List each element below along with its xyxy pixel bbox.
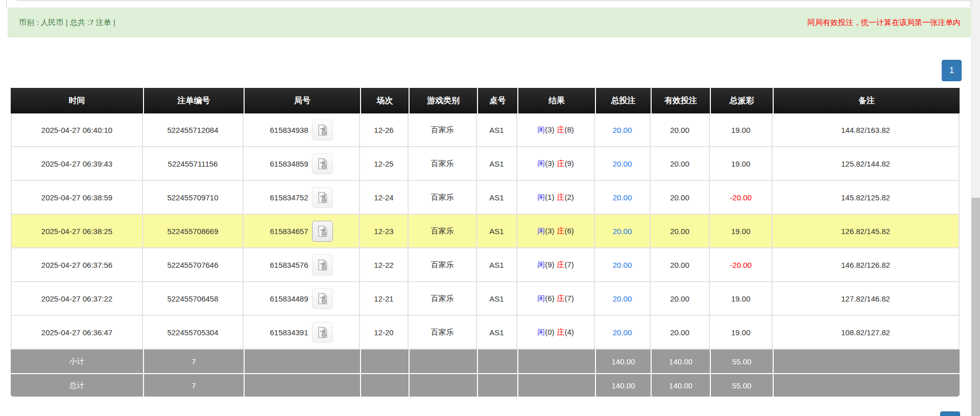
table-body: 2025-04-27 06:40:10 522455712084 6158349… [11,113,960,350]
cell-game-id: 615834391 [244,316,360,350]
cell-total-bet[interactable]: 20.00 [595,181,651,215]
pagination-page-button[interactable]: 1 [942,60,962,81]
top-divider [17,0,971,1]
cell-game-id: 615834576 [244,248,360,282]
result-player-score: (3) [545,159,554,168]
cell-remark: 108.82/127.82 [773,316,960,350]
column-header-remark: 备注 [773,88,960,113]
cell-result: 闲(6)庄(7) [517,282,595,316]
result-player-score: (0) [545,328,554,336]
result-banker-label: 庄 [557,260,565,269]
result-banker-label: 庄 [557,159,565,168]
cell-valid-bet: 20.00 [651,215,710,248]
cell-time: 2025-04-27 06:37:56 [11,248,143,282]
total-empty-cell [477,373,517,397]
video-file-icon [316,258,329,272]
column-header-game-type: 游戏类别 [409,88,477,113]
pagination-page-button-bottom[interactable] [940,411,960,416]
total-empty-cell [244,373,360,397]
result-banker-score: (7) [565,260,574,269]
cell-payout: -20.00 [710,248,773,282]
cell-valid-bet: 20.00 [651,248,710,282]
cell-total-bet[interactable]: 20.00 [595,316,651,350]
result-player-score: (3) [545,226,554,235]
cell-game-type: 百家乐 [409,316,477,350]
column-header-table-no: 桌号 [477,88,517,113]
column-header-session: 场次 [360,88,409,113]
cell-total-bet[interactable]: 20.00 [595,248,651,282]
video-file-icon [316,191,329,204]
cell-payout: -20.00 [710,181,773,215]
game-id-text: 615834489 [270,294,308,303]
result-banker-label: 庄 [557,193,565,201]
table-row: 2025-04-27 06:37:22 522455706458 6158344… [11,282,960,316]
result-player-label: 闲 [537,260,545,269]
cell-total-bet[interactable]: 20.00 [595,147,651,181]
cell-session: 12-20 [360,316,409,350]
result-banker-label: 庄 [557,226,565,235]
cell-total-bet[interactable]: 20.00 [595,113,651,147]
cell-game-id: 615834859 [244,147,360,181]
total-row: 总计 7 140.00 140.00 55.00 [11,373,960,397]
cell-total-bet[interactable]: 20.00 [595,215,651,248]
cell-time: 2025-04-27 06:38:59 [11,181,143,215]
cell-table-no: AS1 [477,316,517,350]
video-replay-button[interactable] [312,322,333,343]
table-row: 2025-04-27 06:38:25 522455708669 6158346… [11,215,960,248]
total-total-bet: 140.00 [595,373,651,397]
cell-payout: 19.00 [710,316,773,350]
cell-game-type: 百家乐 [409,248,477,282]
result-banker-score: (2) [565,193,574,201]
cell-game-id: 615834657 [244,215,360,248]
total-payout: 55.00 [710,373,773,397]
result-banker-score: (6) [565,226,574,235]
video-replay-button[interactable] [312,153,333,174]
subtotal-row: 小计 7 140.00 140.00 55.00 [11,350,960,373]
result-banker-label: 庄 [557,125,565,134]
table-row: 2025-04-27 06:36:47 522455705304 6158343… [11,316,960,350]
result-player-score: (6) [545,294,554,303]
table-row: 2025-04-27 06:38:59 522455709710 6158347… [11,181,960,215]
cell-valid-bet: 20.00 [651,113,710,147]
game-id-text: 615834859 [270,159,308,168]
video-file-icon [316,224,329,238]
vertical-scrollbar-thumb[interactable] [971,198,980,416]
cell-result: 闲(9)庄(7) [517,248,595,282]
video-replay-button[interactable] [312,120,333,141]
cell-remark: 127.82/146.82 [773,282,960,316]
cell-time: 2025-04-27 06:37:22 [11,282,143,316]
cell-result: 闲(3)庄(6) [517,215,595,248]
cell-remark: 146.82/126.82 [773,248,960,282]
cell-result: 闲(0)庄(4) [517,316,595,350]
cell-session: 12-22 [360,248,409,282]
video-replay-button[interactable] [312,187,333,208]
cell-bet-id: 522455707646 [143,248,244,282]
table-row: 2025-04-27 06:37:56 522455707646 6158345… [11,248,960,282]
column-header-payout: 总派彩 [710,88,773,113]
cell-game-type: 百家乐 [409,181,477,215]
cell-bet-id: 522455706458 [143,282,244,316]
vertical-scrollbar-track[interactable] [971,0,980,416]
summary-bar: 币别 : 人民币 | 总共 :7 注单 | 同局有效投注，统一计算在该局第一张注… [8,8,971,37]
cell-game-type: 百家乐 [409,147,477,181]
cell-total-bet[interactable]: 20.00 [595,282,651,316]
warning-text: 同局有效投注，统一计算在该局第一张注单内 [807,18,961,28]
cell-result: 闲(1)庄(2) [517,181,595,215]
total-count: 7 [143,373,244,397]
cell-result: 闲(3)庄(9) [517,147,595,181]
result-player-label: 闲 [537,226,545,235]
cell-session: 12-23 [360,215,409,248]
game-id-text: 615834391 [270,328,308,337]
currency-summary-text: 币别 : 人民币 | 总共 :7 注单 | [19,18,115,28]
column-header-bet-id: 注单编号 [143,88,244,113]
video-replay-button[interactable] [312,255,333,275]
cell-payout: 19.00 [710,282,773,316]
column-header-game-id: 局号 [244,88,360,113]
video-replay-button[interactable] [312,288,333,309]
video-replay-button[interactable] [312,221,333,242]
cell-remark: 145.82/125.82 [773,181,960,215]
subtotal-total-bet: 140.00 [595,350,651,373]
total-valid-bet: 140.00 [651,373,710,397]
cell-game-id: 615834489 [244,282,360,316]
cell-payout: 19.00 [710,147,773,181]
